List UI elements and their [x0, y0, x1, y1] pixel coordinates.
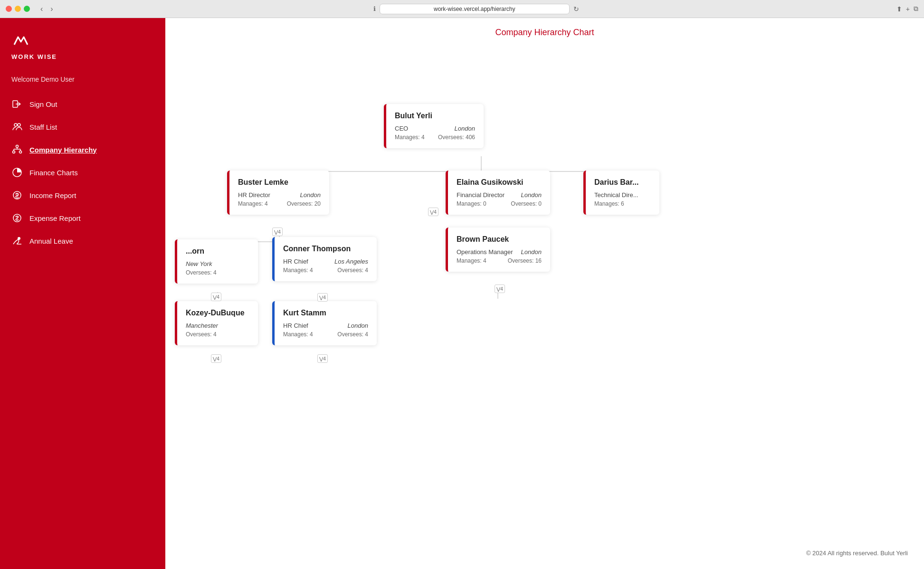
svg-point-5 — [13, 151, 15, 153]
svg-point-14 — [18, 237, 20, 240]
card-role: Operations Manager — [457, 248, 513, 256]
card-name: Elaina Gusikowski — [457, 178, 542, 187]
footer-text: © 2024 All rights reserved. Bulut Yerli — [806, 550, 908, 557]
card-name: Conner Thompson — [283, 245, 368, 253]
card-kozey[interactable]: Kozey-DuBuque Manchester Oversees: 4 — [175, 301, 258, 345]
card-stats: Manages: 4 Oversees: 20 — [238, 200, 321, 207]
forward-button[interactable]: › — [48, 4, 56, 14]
card-conner-thompson[interactable]: Conner Thompson HR Chief Los Angeles Man… — [272, 237, 377, 281]
share-button[interactable]: ⬆ — [896, 5, 902, 13]
oversees-count: Oversees: 4 — [337, 331, 368, 338]
card-name: Kozey-DuBuque — [186, 309, 249, 317]
expand-btn-hr[interactable]: ⋁4 — [272, 228, 283, 236]
manages-count: Manages: 4 — [238, 200, 268, 207]
main-content: Company Hierarchy Chart — [165, 18, 924, 569]
browser-nav: ‹ › — [38, 4, 56, 14]
card-location: London — [521, 248, 542, 256]
sidebar-item-label-expense-report: Expense Report — [29, 214, 81, 222]
card-details: CEO London — [395, 125, 475, 132]
sidebar-logo: WORK WISE — [0, 18, 165, 70]
card-ceo[interactable]: Bulut Yerli CEO London Manages: 4 Overse… — [384, 104, 484, 148]
manages-count: Manages: 4 — [395, 134, 425, 141]
sidebar-item-label-income-report: Income Report — [29, 191, 76, 199]
card-role: Technical Dire... — [594, 191, 638, 199]
expand-btn-conner[interactable]: ⋁4 — [317, 293, 328, 302]
sidebar-item-label-sign-out: Sign Out — [29, 100, 57, 108]
card-role: CEO — [395, 125, 408, 132]
sidebar-item-expense-report[interactable]: Expense Report — [0, 207, 165, 229]
sidebar-item-sign-out[interactable]: Sign Out — [0, 93, 165, 115]
card-stats: Manages: 6 — [594, 200, 651, 207]
sidebar-item-income-report[interactable]: Income Report — [0, 184, 165, 207]
card-role: Financial Director — [457, 191, 505, 199]
expand-btn-kurt[interactable]: ⋁4 — [317, 354, 328, 363]
card-stats: Manages: 4 Oversees: 16 — [457, 257, 542, 264]
logo-text: WORK WISE — [11, 53, 57, 60]
sidebar-item-label-hierarchy: Company Hierarchy — [29, 146, 97, 154]
close-button[interactable] — [6, 6, 12, 12]
card-location: New York — [186, 260, 212, 267]
card-financial-director[interactable]: Elaina Gusikowski Financial Director Lon… — [446, 171, 550, 215]
svg-point-2 — [14, 123, 17, 126]
address-bar[interactable]: work-wisee.vercel.app/hierarchy — [380, 4, 570, 14]
sidebar-item-finance-charts[interactable]: Finance Charts — [0, 161, 165, 184]
minimize-button[interactable] — [15, 6, 21, 12]
chart-area[interactable]: Bulut Yerli CEO London Manages: 4 Overse… — [165, 42, 924, 422]
expand-btn-kozey[interactable]: ⋁4 — [211, 354, 221, 363]
card-hr-director[interactable]: Buster Lemke HR Director London Manages:… — [227, 171, 329, 215]
sidebar: WORK WISE Welcome Demo User Sign Out — [0, 18, 165, 569]
card-details: New York — [186, 260, 249, 267]
maximize-button[interactable] — [24, 6, 30, 12]
income-icon — [11, 190, 23, 201]
logo-icon — [11, 31, 30, 50]
manages-count: Manages: 6 — [594, 200, 624, 207]
sidebar-item-staff-list[interactable]: Staff List — [0, 115, 165, 138]
sidebar-item-annual-leave[interactable]: Annual Leave — [0, 229, 165, 252]
card-name: ...orn — [186, 247, 249, 256]
sidebar-item-label-finance-charts: Finance Charts — [29, 169, 78, 177]
traffic-lights — [6, 6, 30, 12]
beach-icon — [11, 235, 23, 247]
svg-point-4 — [16, 145, 19, 148]
card-kurt-stamm[interactable]: Kurt Stamm HR Chief London Manages: 4 Ov… — [272, 301, 377, 345]
card-location: Manchester — [186, 322, 218, 329]
expand-btn-ceo[interactable]: ⋁4 — [428, 208, 438, 216]
card-stats: Oversees: 4 — [186, 269, 249, 276]
card-stats: Manages: 4 Oversees: 406 — [395, 134, 475, 141]
card-name: Kurt Stamm — [283, 309, 368, 317]
card-location: London — [300, 191, 321, 199]
card-stats: Manages: 4 Oversees: 4 — [283, 267, 368, 274]
chart-pie-icon — [11, 167, 23, 178]
oversees-count: Oversees: 4 — [186, 269, 217, 276]
refresh-icon[interactable]: ↻ — [573, 5, 579, 13]
svg-point-6 — [19, 151, 22, 153]
card-technical-director[interactable]: Darius Bar... Technical Dire... Manages:… — [583, 171, 659, 215]
card-details: Financial Director London — [457, 191, 542, 199]
card-stats: Manages: 4 Oversees: 4 — [283, 331, 368, 338]
card-stats: Manages: 0 Oversees: 0 — [457, 200, 542, 207]
footer: © 2024 All rights reserved. Bulut Yerli — [795, 542, 919, 564]
back-button[interactable]: ‹ — [38, 4, 46, 14]
card-details: Operations Manager London — [457, 248, 542, 256]
card-partial-orn[interactable]: ...orn New York Oversees: 4 — [175, 239, 258, 284]
expand-btn-orn[interactable]: ⋁4 — [211, 293, 221, 301]
card-details: Technical Dire... — [594, 191, 651, 199]
manages-count: Manages: 4 — [283, 331, 313, 338]
tabs-button[interactable]: ⧉ — [914, 5, 918, 13]
info-icon: ℹ — [373, 5, 376, 12]
browser-chrome: ‹ › ℹ work-wisee.vercel.app/hierarchy ↻ … — [0, 0, 924, 18]
card-details: HR Chief Los Angeles — [283, 258, 368, 265]
card-name: Bulut Yerli — [395, 112, 475, 120]
oversees-count: Oversees: 4 — [337, 267, 368, 274]
expense-icon — [11, 212, 23, 224]
new-tab-button[interactable]: + — [906, 5, 910, 13]
card-stats: Oversees: 4 — [186, 331, 249, 338]
sidebar-item-label-staff-list: Staff List — [29, 123, 57, 131]
svg-point-3 — [18, 123, 20, 126]
expand-btn-ops[interactable]: ⋁4 — [495, 284, 505, 293]
manages-count: Manages: 4 — [283, 267, 313, 274]
sidebar-item-company-hierarchy[interactable]: Company Hierarchy — [0, 138, 165, 161]
card-operations-manager[interactable]: Brown Paucek Operations Manager London M… — [446, 228, 550, 272]
sidebar-item-label-annual-leave: Annual Leave — [29, 237, 73, 245]
card-details: Manchester — [186, 322, 249, 329]
